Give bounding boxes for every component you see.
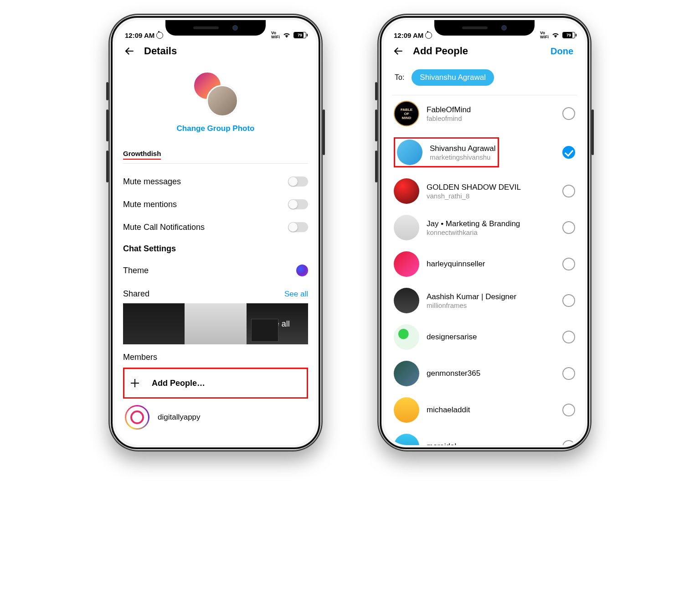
mute-mentions-row: Mute mentions xyxy=(123,193,308,216)
side-button xyxy=(106,109,108,141)
avatar xyxy=(394,288,419,313)
avatar xyxy=(394,178,419,204)
select-radio[interactable] xyxy=(562,258,575,270)
to-field[interactable]: To: Shivanshu Agrawal xyxy=(392,62,577,95)
select-radio[interactable] xyxy=(562,185,575,197)
suggestion-row[interactable]: harleyquinnseller xyxy=(392,246,577,282)
to-label: To: xyxy=(395,73,404,82)
side-button xyxy=(375,82,377,100)
carrier-label: Vo WiFi xyxy=(540,31,549,39)
done-button[interactable]: Done xyxy=(551,46,577,57)
theme-swatch xyxy=(296,265,308,276)
select-radio[interactable] xyxy=(562,146,575,159)
mute-messages-label: Mute messages xyxy=(123,177,181,187)
side-button xyxy=(323,109,325,155)
shared-title: Shared xyxy=(123,289,149,299)
battery-icon: 79 xyxy=(293,32,306,38)
group-name-field[interactable]: Growthdish xyxy=(123,150,161,160)
add-people-row[interactable]: Add People… xyxy=(123,368,308,399)
member-row[interactable]: digitallyappy xyxy=(123,399,308,436)
mute-mentions-toggle[interactable] xyxy=(288,199,308,209)
group-avatar xyxy=(193,71,238,117)
select-radio[interactable] xyxy=(562,221,575,234)
avatar: FABLEOFMIND xyxy=(394,101,419,126)
shared-media-grid: See all xyxy=(123,303,308,344)
mute-calls-label: Mute Call Notifications xyxy=(123,223,205,232)
mute-calls-row: Mute Call Notifications xyxy=(123,216,308,239)
username: vansh_rathi_8 xyxy=(427,192,521,200)
select-radio[interactable] xyxy=(562,367,575,380)
shared-media-thumb[interactable] xyxy=(185,303,246,344)
display-name: designersarise xyxy=(427,332,477,342)
suggestion-row[interactable]: designersarise xyxy=(392,319,577,355)
mute-calls-toggle[interactable] xyxy=(288,222,308,232)
side-button xyxy=(106,82,108,100)
display-name: michaeladdit xyxy=(427,405,470,415)
theme-row[interactable]: Theme xyxy=(123,259,308,282)
status-time: 12:09 AM xyxy=(125,31,154,39)
app-header: Details xyxy=(115,40,316,62)
avatar xyxy=(397,140,422,165)
suggestion-row[interactable]: Jay • Marketing & Brandingkonnectwithkar… xyxy=(392,209,577,246)
side-button xyxy=(375,151,377,182)
mute-mentions-label: Mute mentions xyxy=(123,200,177,209)
display-name: Jay • Marketing & Branding xyxy=(427,219,520,228)
suggestion-row[interactable]: Shivanshu Agrawalmarketingshivanshu xyxy=(392,132,577,173)
back-button[interactable] xyxy=(392,45,405,57)
shared-media-more[interactable]: See all xyxy=(247,303,308,344)
select-radio[interactable] xyxy=(562,440,575,445)
alarm-icon xyxy=(156,32,163,39)
plus-icon xyxy=(127,375,143,391)
display-name: harleyquinnseller xyxy=(427,260,485,269)
page-title: Add People xyxy=(413,45,468,57)
notch xyxy=(165,20,266,36)
mute-messages-toggle[interactable] xyxy=(288,177,308,187)
change-group-photo[interactable]: Change Group Photo xyxy=(177,124,255,133)
page-title: Details xyxy=(144,45,177,57)
avatar xyxy=(394,361,419,386)
recipient-chip[interactable]: Shivanshu Agrawal xyxy=(412,69,494,86)
back-button[interactable] xyxy=(123,45,136,57)
chat-settings-title: Chat Settings xyxy=(123,239,308,259)
theme-label: Theme xyxy=(123,266,149,275)
username: marketingshivanshu xyxy=(430,153,496,161)
select-radio[interactable] xyxy=(562,107,575,120)
app-header: Add People Done xyxy=(384,40,585,62)
select-radio[interactable] xyxy=(562,331,575,343)
side-button xyxy=(106,151,108,182)
suggestion-row[interactable]: Aashish Kumar | Designermillionframes xyxy=(392,282,577,319)
avatar xyxy=(394,397,419,423)
suggestion-row[interactable]: GOLDEN SHADOW DEVILvansh_rathi_8 xyxy=(392,173,577,209)
members-title: Members xyxy=(123,344,308,368)
add-people-label: Add People… xyxy=(152,379,205,388)
see-all-link[interactable]: See all xyxy=(284,290,308,299)
username: fableofmind xyxy=(427,114,471,122)
phone-details: 12:09 AM Vo WiFi 79 xyxy=(108,14,323,452)
suggestion-row[interactable]: genmonster365 xyxy=(392,355,577,392)
username: konnectwithkaria xyxy=(427,228,520,236)
status-time: 12:09 AM xyxy=(394,31,423,39)
display-name: Aashish Kumar | Designer xyxy=(427,292,516,301)
display-name: Shivanshu Agrawal xyxy=(430,144,496,153)
suggestion-row[interactable]: michaeladdit xyxy=(392,392,577,428)
carrier-label: Vo WiFi xyxy=(271,31,280,39)
suggestion-row[interactable]: morajdal xyxy=(392,428,577,445)
phone-add-people: 12:09 AM Vo WiFi 79 xyxy=(377,14,592,452)
side-button xyxy=(592,109,594,155)
avatar xyxy=(394,434,419,445)
wifi-icon xyxy=(551,32,560,38)
display-name: FableOfMind xyxy=(427,105,471,114)
shared-media-thumb[interactable] xyxy=(123,303,185,344)
display-name: GOLDEN SHADOW DEVIL xyxy=(427,183,521,192)
wifi-icon xyxy=(283,32,291,38)
select-radio[interactable] xyxy=(562,294,575,307)
avatar xyxy=(394,251,419,277)
avatar xyxy=(125,405,149,430)
avatar xyxy=(394,215,419,240)
suggestion-row[interactable]: FABLEOFMINDFableOfMindfableofmind xyxy=(392,95,577,132)
display-name: morajdal xyxy=(427,442,456,445)
select-radio[interactable] xyxy=(562,404,575,416)
display-name: genmonster365 xyxy=(427,369,480,378)
notch xyxy=(434,20,535,36)
member-name: digitallyappy xyxy=(158,413,201,422)
